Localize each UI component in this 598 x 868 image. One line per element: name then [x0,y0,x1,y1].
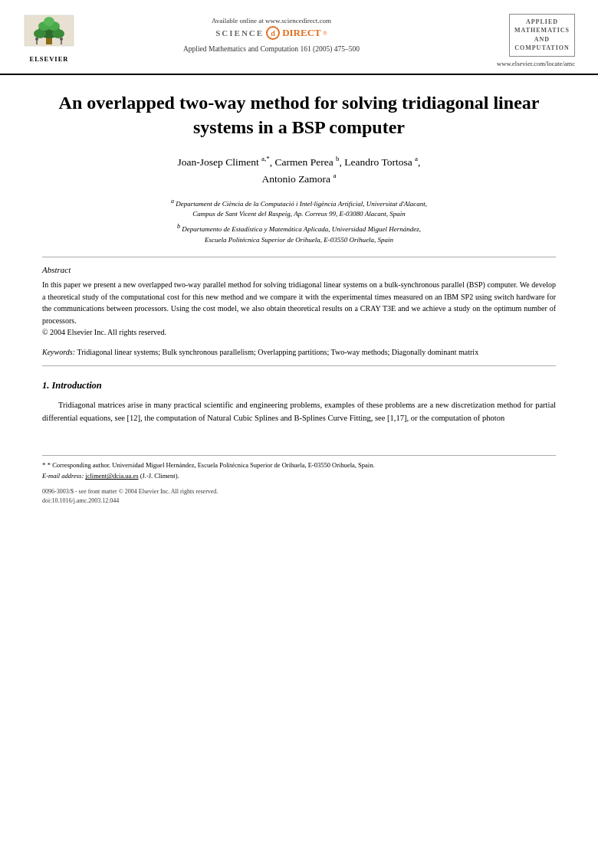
abstract-label: Abstract [42,265,556,274]
author-sep-1: , Carmen Perea [270,156,336,168]
registered-mark: ® [323,30,327,37]
intro-divider [42,365,556,366]
available-online-text: Available online at www.sciencedirect.co… [212,17,331,25]
authors: Joan-Josep Climent a,*, Carmen Perea b, … [42,153,556,187]
header-right: APPLIED MATHEMATICS AND COMPUTATION www.… [468,14,575,67]
section-1-heading: 1. Introduction [42,380,556,391]
amc-journal-box: APPLIED MATHEMATICS AND COMPUTATION [509,14,575,57]
paper-title: An overlapped two-way method for solving… [42,90,556,140]
affil-b-line2: Escuela Politécnica Superior de Orihuela… [42,235,556,246]
intro-paragraph: Tridiagonal matrices arise in many pract… [42,399,556,425]
issn-line: 0096-3003/$ - see front matter © 2004 El… [42,487,556,496]
affiliations: a Departament de Ciència de la Computaci… [42,197,556,247]
header: ELSEVIER Available online at www.science… [0,0,598,75]
sciencedirect-logo: SCIENCE d DIRECT ® [215,26,327,40]
corresponding-author-text: * Corresponding author. Universidad Migu… [48,461,375,469]
footnotes-section: * * Corresponding author. Universidad Mi… [0,460,598,481]
author-4-sup: a [333,172,336,179]
keywords-label: Keywords: [42,348,77,356]
svg-point-10 [60,38,63,41]
affil-a-line2: Campus de Sant Vicent del Raspeig, Ap. C… [42,209,556,220]
corresponding-author-note: * * Corresponding author. Universidad Mi… [42,460,556,471]
doi-line: doi:10.1016/j.amc.2003.12.044 [42,496,556,506]
svg-point-7 [44,17,54,26]
circle-d-icon: d [266,26,280,40]
header-center: Available online at www.sciencedirect.co… [75,14,468,53]
keywords-line: Keywords: Tridiagonal linear systems; Bu… [42,346,556,358]
author-1-name: Joan-Josep Climent [178,156,262,168]
footer-divider [42,455,556,456]
amc-label: APPLIED MATHEMATICS AND COMPUTATION [514,18,570,51]
author-sep-2: , Leandro Tortosa [340,156,416,168]
elsevier-url-text: www.elsevier.com/locate/amc [497,60,575,67]
elsevier-logo-icon [23,14,75,54]
journal-info-text: Applied Mathematics and Computation 161 … [183,45,360,53]
svg-point-8 [35,38,38,41]
abstract-divider [42,257,556,257]
direct-text: DIRECT [282,27,321,39]
elsevier-brand-text: ELSEVIER [30,55,69,63]
page: ELSEVIER Available online at www.science… [0,0,598,868]
footer-bottom: 0096-3003/$ - see front matter © 2004 El… [0,481,598,510]
author-1-sup: a,* [261,155,270,162]
keywords-text: Tridiagonal linear systems; Bulk synchro… [77,348,478,356]
email-label: E-mail address: [42,472,84,480]
main-content: An overlapped two-way method for solving… [0,75,598,441]
science-text: SCIENCE [215,28,264,38]
email-suffix: (J.-J. Climent). [140,472,179,480]
abstract-text: In this paper we present a new overlappe… [42,279,556,339]
affil-b-sup: b Departamento de Estadística y Matemáti… [42,222,556,235]
email-address: jcliment@dcia.ua.es [85,472,138,480]
affil-a-sup: a Departament de Ciència de la Computaci… [42,197,556,210]
elsevier-logo-section: ELSEVIER [23,14,75,63]
footnote-star-icon: * [42,461,48,469]
email-line: E-mail address: jcliment@dcia.ua.es (J.-… [42,471,556,481]
